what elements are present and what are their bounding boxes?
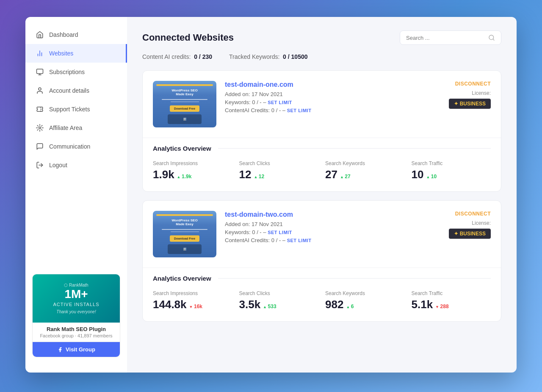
mock-headline: WordPress SEOMade Easy bbox=[171, 218, 197, 226]
license-disconnect: DISCONNECT License: ✦ BUSINESS bbox=[449, 211, 491, 239]
analytics-label: Search Impressions bbox=[153, 290, 232, 296]
affiliate-icon bbox=[36, 124, 44, 132]
analytics-item-3: Search Traffic 10 10 bbox=[412, 160, 491, 181]
analytics-item-1: Search Clicks 12 12 bbox=[239, 160, 319, 181]
disconnect-button[interactable]: DISCONNECT bbox=[449, 211, 491, 217]
analytics-item-0: Search Impressions 144.8k 16k bbox=[153, 290, 232, 311]
sidebar: Dashboard Websites Subscriptions bbox=[25, 17, 127, 373]
banner-title: Rank Math SEO Plugin bbox=[33, 323, 120, 333]
content-line bbox=[162, 229, 207, 230]
site-thumbnail: WordPress SEOMade Easy Download Free 📊 bbox=[153, 81, 216, 127]
analytics-change: 288 bbox=[435, 304, 448, 309]
website-card-0: WordPress SEOMade Easy Download Free 📊 t… bbox=[142, 70, 501, 192]
analytics-grid: Search Impressions 1.9k 1.9k Search Clic… bbox=[153, 160, 491, 181]
site-info: test-domain-one.com Added on: 17 Nov 202… bbox=[225, 81, 440, 115]
sidebar-item-label: Dashboard bbox=[49, 31, 78, 38]
sidebar-item-logout[interactable]: Logout bbox=[25, 156, 127, 174]
analytics-value-row: 5.1k 288 bbox=[412, 298, 491, 311]
analytics-label: Search Keywords bbox=[325, 290, 405, 296]
content-line bbox=[171, 232, 199, 232]
sidebar-item-account[interactable]: Account details bbox=[25, 81, 127, 100]
ticket-icon bbox=[36, 105, 44, 113]
analytics-item-1: Search Clicks 3.5k 533 bbox=[239, 290, 319, 311]
analytics-item-2: Search Keywords 27 27 bbox=[325, 160, 405, 181]
analytics-change: 27 bbox=[340, 174, 351, 179]
license-badge: ✦ BUSINESS bbox=[449, 229, 491, 239]
sidebar-item-communication[interactable]: Communication bbox=[25, 137, 127, 156]
analytics-value: 1.9k bbox=[153, 168, 174, 181]
content-line bbox=[162, 99, 207, 100]
license-disconnect: DISCONNECT License: ✦ BUSINESS bbox=[449, 81, 491, 109]
svg-point-7 bbox=[39, 127, 41, 129]
analytics-grid: Search Impressions 144.8k 16k Search Cli… bbox=[153, 290, 491, 311]
user-icon bbox=[36, 86, 44, 95]
added-on: Added on: 17 Nov 2021 bbox=[225, 91, 440, 97]
sidebar-item-label: Account details bbox=[49, 87, 89, 94]
set-limit-ai[interactable]: SET LIMIT bbox=[287, 108, 312, 113]
home-icon bbox=[36, 30, 44, 39]
search-box[interactable] bbox=[400, 30, 501, 45]
site-domain[interactable]: test-domain-two.com bbox=[225, 211, 440, 218]
sidebar-nav: Dashboard Websites Subscriptions bbox=[25, 25, 127, 267]
analytics-section: Analytics Overview Search Impressions 1.… bbox=[143, 138, 501, 191]
analytics-title: Analytics Overview bbox=[153, 275, 211, 282]
thumbnail-inner: WordPress SEOMade Easy Download Free 📊 bbox=[153, 81, 216, 127]
analytics-value-row: 10 10 bbox=[412, 168, 491, 181]
content-line bbox=[171, 102, 199, 102]
sidebar-item-label: Communication bbox=[49, 143, 90, 150]
sidebar-item-label: Support Tickets bbox=[49, 106, 90, 113]
banner-meta: Facebook group · 41,897 members bbox=[33, 333, 120, 342]
website-cards: WordPress SEOMade Easy Download Free 📊 t… bbox=[142, 70, 501, 322]
keywords-meta: Keywords: 0 / - – SET LIMIT bbox=[225, 99, 440, 105]
analytics-value: 982 bbox=[325, 298, 343, 311]
brand-logo: ⬡ RankMath bbox=[39, 283, 113, 287]
cta-mock: Download Free bbox=[170, 235, 199, 242]
analytics-label: Search Clicks bbox=[239, 290, 319, 296]
analytics-header: Analytics Overview bbox=[153, 275, 491, 282]
ai-credits: Content AI credits: 0 / 230 bbox=[142, 53, 212, 60]
analytics-item-3: Search Traffic 5.1k 288 bbox=[412, 290, 491, 311]
rank-math-banner: ⬡ RankMath 1M+ ACTIVE INSTALLS Thank you… bbox=[32, 274, 120, 357]
disconnect-button[interactable]: DISCONNECT bbox=[449, 81, 491, 87]
analytics-value: 12 bbox=[239, 168, 252, 181]
license-label: License: bbox=[449, 90, 491, 96]
svg-point-6 bbox=[39, 88, 41, 90]
analytics-item-0: Search Impressions 1.9k 1.9k bbox=[153, 160, 232, 181]
svg-line-10 bbox=[493, 39, 494, 40]
page-header: Connected Websites bbox=[142, 30, 501, 45]
search-input[interactable] bbox=[406, 35, 485, 41]
analytics-value: 10 bbox=[412, 168, 424, 181]
set-limit-ai[interactable]: SET LIMIT bbox=[287, 238, 312, 243]
tracked-keywords: Tracked Keywords: 0 / 10500 bbox=[229, 53, 307, 60]
license-label: License: bbox=[449, 220, 491, 226]
card-top: WordPress SEOMade Easy Download Free 📊 t… bbox=[143, 71, 501, 138]
sidebar-item-label: Subscriptions bbox=[49, 69, 85, 75]
analytics-item-2: Search Keywords 982 6 bbox=[325, 290, 405, 311]
visit-group-button[interactable]: Visit Group bbox=[33, 342, 120, 357]
browser-bar bbox=[156, 214, 213, 216]
set-limit-keywords[interactable]: SET LIMIT bbox=[268, 230, 292, 235]
analytics-label: Search Traffic bbox=[412, 290, 491, 296]
sidebar-item-label: Affiliate Area bbox=[49, 124, 82, 131]
sidebar-item-affiliate[interactable]: Affiliate Area bbox=[25, 119, 127, 137]
analytics-value-row: 1.9k 1.9k bbox=[153, 168, 232, 181]
site-domain[interactable]: test-domain-one.com bbox=[225, 81, 440, 88]
page-title: Connected Websites bbox=[142, 32, 234, 43]
analytics-label: Search Traffic bbox=[412, 160, 491, 166]
screen-mock: 📊 bbox=[168, 114, 202, 124]
banner-tagline: Thank you everyone! bbox=[39, 309, 113, 314]
analytics-change: 6 bbox=[346, 304, 354, 309]
main-content: Connected Websites Content AI credits: 0… bbox=[127, 17, 517, 373]
installs-count: 1M+ bbox=[39, 288, 113, 300]
sidebar-item-websites[interactable]: Websites bbox=[25, 44, 127, 63]
sidebar-item-support[interactable]: Support Tickets bbox=[25, 100, 127, 119]
analytics-value-row: 12 12 bbox=[239, 168, 319, 181]
analytics-value: 144.8k bbox=[153, 298, 187, 311]
sidebar-item-subscriptions[interactable]: Subscriptions bbox=[25, 63, 127, 81]
analytics-value-row: 27 27 bbox=[325, 168, 405, 181]
set-limit-keywords[interactable]: SET LIMIT bbox=[268, 100, 292, 105]
sidebar-item-dashboard[interactable]: Dashboard bbox=[25, 25, 127, 44]
analytics-value-row: 982 6 bbox=[325, 298, 405, 311]
credits-bar: Content AI credits: 0 / 230 Tracked Keyw… bbox=[142, 53, 501, 60]
analytics-value: 27 bbox=[325, 168, 337, 181]
